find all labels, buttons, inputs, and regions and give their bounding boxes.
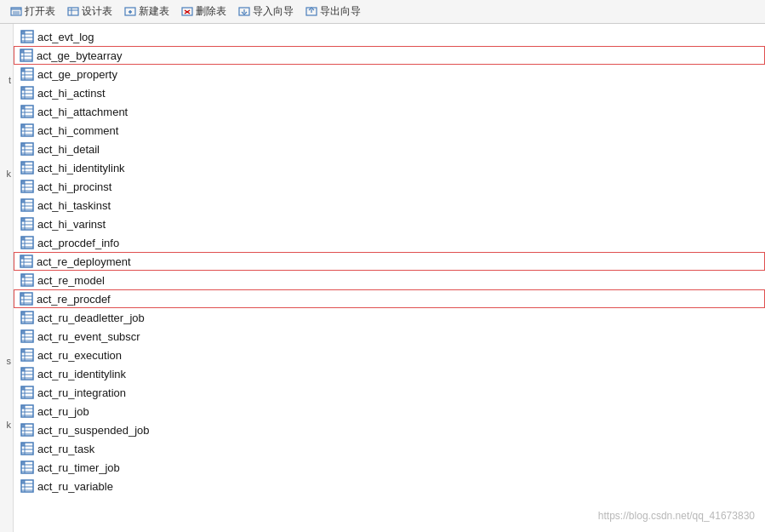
svg-rect-106 [20,293,24,296]
table-name-label: act_ge_property [37,68,117,81]
table-name-label: act_hi_attachment [37,106,128,118]
design-table-icon [67,6,79,18]
svg-rect-40 [21,87,25,90]
table-grid-icon [20,479,34,493]
table-row[interactable]: act_hi_procinst [14,177,765,196]
table-name-label: act_hi_taskinst [37,199,111,212]
table-row[interactable]: act_procdef_info [14,233,765,252]
table-row[interactable]: act_hi_actinst [14,83,765,102]
new-table-icon [124,6,136,18]
indicator-k2: k [7,420,12,430]
svg-rect-88 [21,237,25,240]
left-sidebar: t k s k [0,24,14,532]
table-name-label: act_hi_identitylink [37,162,125,174]
table-row[interactable]: act_hi_attachment [14,102,765,121]
table-name-label: act_ru_execution [37,349,122,362]
svg-rect-142 [21,405,25,409]
svg-rect-154 [21,443,25,446]
table-row[interactable]: act_re_deployment [14,252,765,271]
table-grid-icon [20,123,34,137]
table-name-label: act_hi_procinst [37,180,111,193]
table-grid-icon [20,273,34,287]
table-row[interactable]: act_ru_suspended_job [14,420,765,439]
table-name-label: act_ru_integration [37,386,126,399]
table-row[interactable]: act_ru_deadletter_job [14,308,765,327]
table-row[interactable]: act_hi_varinst [14,215,765,233]
design-table-label: 设计表 [82,4,112,19]
table-grid-icon [20,217,34,231]
svg-rect-130 [21,368,25,371]
table-row[interactable]: act_ge_property [14,65,765,83]
delete-table-label: 删除表 [196,4,226,19]
table-grid-icon [20,49,33,62]
table-grid-icon [20,236,34,249]
table-row[interactable]: act_re_procdef [14,289,765,308]
svg-rect-118 [21,330,25,334]
svg-rect-70 [21,180,25,184]
table-row[interactable]: act_ru_job [14,402,765,420]
svg-rect-1 [11,8,21,10]
table-row[interactable]: act_hi_comment [14,121,765,140]
table-grid-icon [20,86,34,100]
table-row[interactable]: act_ru_execution [14,346,765,364]
table-grid-icon [20,255,33,268]
table-name-label: act_re_model [37,274,105,287]
table-name-label: act_hi_varinst [37,218,106,231]
table-name-label: act_ru_task [37,443,94,455]
table-name-label: act_ru_variable [37,480,113,493]
new-table-label: 新建表 [139,4,169,19]
svg-rect-100 [21,274,25,277]
table-row[interactable]: act_hi_identitylink [14,158,765,177]
table-grid-icon [20,311,34,324]
svg-rect-34 [21,68,25,72]
table-grid-icon [20,423,34,437]
table-name-label: act_hi_comment [37,124,118,137]
import-wizard-button[interactable]: 导入向导 [233,3,299,20]
svg-rect-28 [20,49,24,53]
table-grid-icon [20,442,34,455]
table-row[interactable]: act_ru_integration [14,383,765,402]
table-name-label: act_ru_job [37,405,89,418]
table-grid-icon [20,329,34,343]
table-name-label: act_ru_timer_job [37,461,120,474]
table-grid-icon [20,460,34,474]
table-row[interactable]: act_ru_identitylink [14,364,765,383]
table-grid-icon [20,67,34,81]
svg-rect-148 [21,424,25,427]
table-row[interactable]: act_ru_task [14,439,765,458]
table-row[interactable]: act_hi_detail [14,140,765,158]
table-grid-icon [20,161,34,174]
table-grid-icon [20,386,34,399]
svg-rect-94 [20,255,24,259]
table-name-label: act_hi_detail [37,143,100,156]
table-row[interactable]: act_ru_timer_job [14,458,765,477]
table-name-label: act_procdef_info [37,237,119,249]
new-table-button[interactable]: 新建表 [119,3,174,20]
table-name-label: act_evt_log [37,31,94,43]
table-row[interactable]: act_ge_bytearray [14,46,765,65]
export-wizard-button[interactable]: 导出向导 [300,3,366,20]
indicator-k: k [7,169,12,179]
table-name-label: act_re_deployment [37,255,131,268]
table-list: act_evt_log act_ge_bytearray act_ge_prop… [14,24,765,532]
svg-rect-58 [21,143,25,146]
svg-rect-112 [21,312,25,315]
table-grid-icon [20,404,34,418]
svg-rect-166 [21,480,25,483]
open-table-label: 打开表 [25,4,55,19]
svg-rect-136 [21,386,25,390]
svg-rect-160 [21,461,25,465]
table-row[interactable]: act_hi_taskinst [14,196,765,215]
toolbar: 打开表 设计表 新建表 删除表 [0,0,765,24]
table-name-label: act_ru_suspended_job [37,424,150,437]
table-row[interactable]: act_re_model [14,271,765,289]
table-row[interactable]: act_evt_log [14,27,765,46]
svg-rect-4 [68,8,78,15]
table-grid-icon [20,142,34,156]
open-table-button[interactable]: 打开表 [5,3,60,20]
table-row[interactable]: act_ru_variable [14,477,765,495]
delete-table-button[interactable]: 删除表 [176,3,231,20]
design-table-button[interactable]: 设计表 [62,3,117,20]
table-row[interactable]: act_ru_event_subscr [14,327,765,346]
table-grid-icon [20,198,34,212]
